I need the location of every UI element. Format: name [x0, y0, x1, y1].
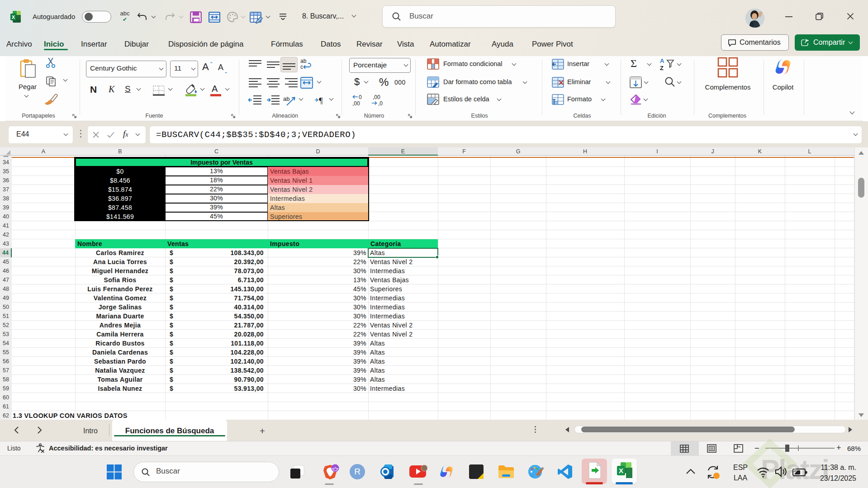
svg-text:X: X	[619, 467, 623, 474]
svg-text:A: A	[660, 57, 664, 64]
svg-text:,0: ,0	[378, 100, 383, 107]
svg-text:ab: ab	[283, 95, 289, 102]
svg-text:,00: ,00	[352, 100, 360, 107]
svg-text:¶: ¶	[319, 96, 323, 105]
svg-text:Z: Z	[660, 65, 664, 71]
svg-text:0: 0	[359, 94, 362, 100]
svg-text:ab: ab	[300, 58, 307, 64]
svg-text:,00: ,00	[373, 94, 380, 100]
svg-text:c: c	[300, 64, 303, 70]
svg-text:X: X	[12, 14, 15, 20]
